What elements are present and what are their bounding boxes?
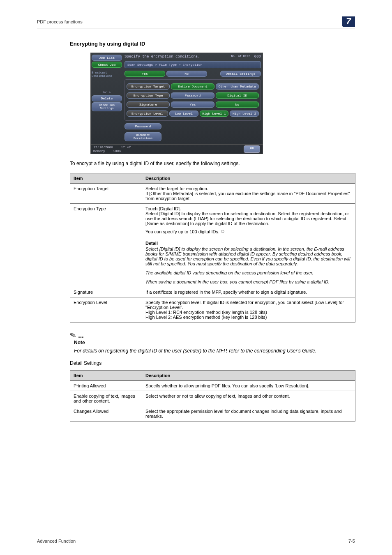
t2r2-desc: Select the appropriate permission level … <box>142 406 355 421</box>
status-bar: 12/10/2008 17:47 Memory 100% OK <box>91 144 263 154</box>
table2-header-desc: Description <box>142 371 355 381</box>
t1r2-item: Signature <box>70 287 142 297</box>
t1r1-desc: Touch [Digital ID]. Select [Digital ID] … <box>142 204 355 287</box>
note-text: For details on registering the digital I… <box>74 347 355 355</box>
pager: 1/ 1 <box>92 90 122 94</box>
status-time: 17:47 <box>121 145 131 149</box>
job-list-tab[interactable]: Job List <box>92 55 122 61</box>
detail-text-1: Select [Digital ID] to display the scree… <box>145 246 352 266</box>
breadcrumb: Scan Settings > File Type > Encryption <box>125 61 261 68</box>
table-row: Encryption Type Touch [Digital ID]. Sele… <box>70 204 355 287</box>
dest-count-value: 000 <box>254 55 261 59</box>
table-row: Enable copying of text, images and other… <box>70 391 355 406</box>
t2r1-desc: Select whether or not to allow copying o… <box>142 391 355 406</box>
password-row-button[interactable]: Password <box>125 123 161 129</box>
signature-yes-button[interactable]: Yes <box>171 101 214 108</box>
signature-no-button[interactable]: No <box>216 101 259 108</box>
delete-button[interactable]: Delete <box>92 95 122 101</box>
low-level-button[interactable]: Low Level <box>169 111 198 117</box>
table2-header-item: Item <box>70 371 142 381</box>
high-level-1-button[interactable]: High Level 1 <box>200 111 229 117</box>
enc-target-label: Encryption Target <box>127 83 170 90</box>
settings-table-1: Item Description Encryption Target Selec… <box>70 173 355 322</box>
t2r0-desc: Specify whether to allow printing PDF fi… <box>142 381 355 391</box>
detail-text-3: When saving a document in the user box, … <box>145 279 352 284</box>
t1r0-item: Encryption Target <box>70 184 142 204</box>
ok-button[interactable]: OK <box>244 145 260 153</box>
enc-level-label: Encryption Level <box>127 111 168 117</box>
magnifier-icon <box>221 228 228 235</box>
settings-table-2: Item Description Printing Allowed Specif… <box>70 370 355 421</box>
table-row: Changes Allowed Select the appropriate p… <box>70 406 355 421</box>
enc-no-button[interactable]: No <box>166 71 207 77</box>
broadcast-label: Broadcast Destinations <box>92 71 122 78</box>
t1r1-item: Encryption Type <box>70 204 142 287</box>
other-metadata-button[interactable]: Other than Metadata <box>216 83 259 90</box>
password-type-button[interactable]: Password <box>171 92 214 99</box>
t2r1-item: Enable copying of text, images and other… <box>70 391 142 406</box>
t2r2-item: Changes Allowed <box>70 406 142 421</box>
header-title: PDF process functions <box>37 19 83 24</box>
t1r3-desc: Specify the encryption level. If digital… <box>142 297 355 322</box>
detail-settings-heading: Detail Settings <box>70 360 355 366</box>
t1r0-desc: Select the target for encryption. If [Ot… <box>142 184 355 204</box>
dest-count-label: No. of Dest. <box>231 55 251 59</box>
detail-text-2: The available digital ID varies dependin… <box>145 270 352 275</box>
check-job-settings-button[interactable]: Check Job Settings <box>92 102 122 111</box>
check-job-tab[interactable]: Check Job <box>92 62 122 68</box>
section-title: Encrypting by using digital ID <box>70 41 355 47</box>
status-memory-label: Memory <box>93 149 105 153</box>
detail-settings-button[interactable]: Detail Settings <box>220 71 261 77</box>
t2r0-item: Printing Allowed <box>70 381 142 391</box>
table1-header-desc: Description <box>142 173 355 184</box>
table-row: Encryption Target Select the target for … <box>70 184 355 204</box>
doc-permissions-button[interactable]: Document Permissions <box>125 132 161 141</box>
status-date: 12/10/2008 <box>93 145 113 149</box>
note-block: ✎ ... Note For details on registering th… <box>70 331 355 355</box>
instruction-text: Specify the encryption conditions. <box>125 55 200 59</box>
high-level-2-button[interactable]: High Level 2 <box>230 111 259 117</box>
digital-id-button[interactable]: Digital ID <box>216 92 259 99</box>
note-dots: ... <box>78 332 83 339</box>
enc-type-label: Encryption Type <box>127 92 170 99</box>
table1-header-item: Item <box>70 173 142 184</box>
enc-yes-button[interactable]: Yes <box>125 71 165 77</box>
page-header: PDF process functions 7 <box>37 16 355 28</box>
t1r3-item: Encryption Level <box>70 297 142 322</box>
note-title: Note <box>74 340 355 345</box>
page-footer: Advanced Function 7-5 <box>37 539 355 543</box>
footer-left: Advanced Function <box>37 539 76 543</box>
detail-label: Detail <box>145 241 352 246</box>
t1r1-main: Touch [Digital ID]. Select [Digital ID] … <box>145 206 349 234</box>
mfp-panel-screenshot: Job List Check Job Broadcast Destination… <box>90 53 355 154</box>
entire-document-button[interactable]: Entire Document <box>171 83 214 90</box>
t1r2-desc: If a certificate is registered in the MF… <box>142 287 355 297</box>
signature-label: Signature <box>127 101 170 108</box>
chapter-number: 7 <box>342 16 355 27</box>
table-row: Signature If a certificate is registered… <box>70 287 355 297</box>
table-row: Printing Allowed Specify whether to allo… <box>70 381 355 391</box>
footer-right: 7-5 <box>348 539 355 543</box>
lead-paragraph: To encrypt a file by using a digital ID … <box>70 160 355 167</box>
table-row: Encryption Level Specify the encryption … <box>70 297 355 322</box>
status-memory-value: 100% <box>113 149 121 153</box>
pencil-icon: ✎ <box>69 330 78 341</box>
